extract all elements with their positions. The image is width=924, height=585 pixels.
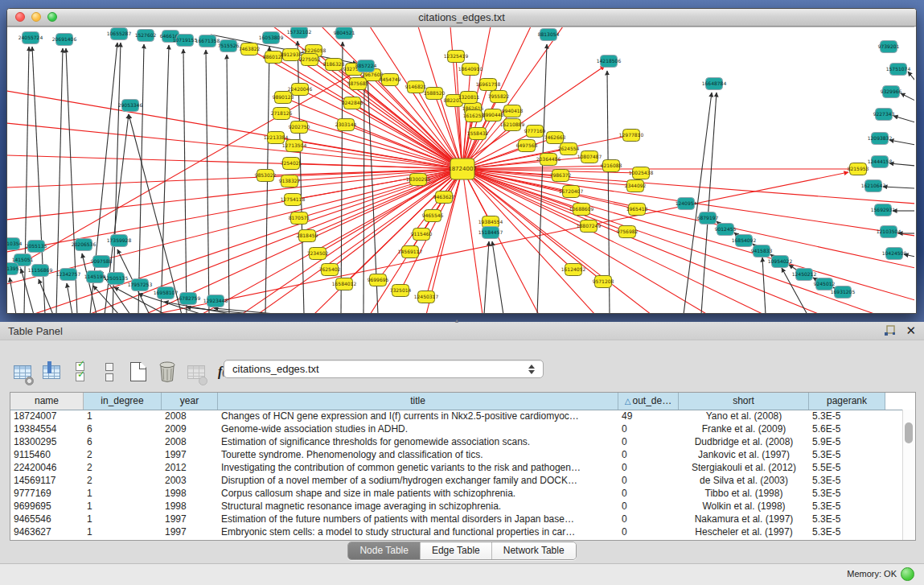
- tab-network-table[interactable]: Network Table: [492, 542, 576, 559]
- table-row[interactable]: 1456911722003Disruption of a novel membe…: [10, 474, 903, 487]
- table-cell[interactable]: Stergiakouli et al. (2012): [679, 461, 809, 474]
- table-cell[interactable]: 2008: [162, 435, 218, 448]
- graph-edge-black[interactable]: [893, 116, 914, 122]
- table-cell[interactable]: Structural magnetic resonance image aver…: [218, 500, 618, 513]
- graph-edge-red[interactable]: [283, 97, 462, 169]
- table-cell[interactable]: 0: [618, 448, 679, 461]
- table-cell[interactable]: 0: [618, 474, 679, 487]
- table-cell[interactable]: Franke et al. (2009): [679, 422, 809, 435]
- graph-edge-black[interactable]: [227, 55, 229, 313]
- table-row[interactable]: 946362711997Embryonic stem cells: a mode…: [10, 525, 903, 538]
- table-cell[interactable]: 9463627: [10, 525, 84, 538]
- column-header-short[interactable]: short: [679, 393, 809, 410]
- table-settings-icon[interactable]: [11, 360, 33, 384]
- delete-table-icon[interactable]: [156, 360, 178, 384]
- new-table-icon[interactable]: [127, 360, 149, 384]
- graph-edge-black[interactable]: [298, 41, 304, 313]
- table-cell[interactable]: Tourette syndrome. Phenomenology and cla…: [218, 448, 618, 461]
- table-cell[interactable]: 0: [618, 525, 679, 538]
- tab-edge-table[interactable]: Edge Table: [421, 542, 492, 559]
- table-cell[interactable]: Yano et al. (2008): [679, 410, 809, 422]
- unselect-rows-icon[interactable]: [98, 360, 120, 384]
- table-cell[interactable]: Embryonic stem cells: a model to study s…: [218, 525, 618, 538]
- table-cell[interactable]: 9777169: [10, 487, 84, 500]
- table-cell[interactable]: 1997: [162, 513, 218, 525]
- graph-edge-black[interactable]: [537, 44, 547, 313]
- table-cell[interactable]: 2009: [162, 422, 218, 435]
- table-cell[interactable]: 5.9E-5: [809, 435, 885, 448]
- table-cell[interactable]: 2: [84, 448, 162, 461]
- table-row[interactable]: 2242004622012Investigating the contribut…: [10, 461, 903, 474]
- table-cell[interactable]: 22420046: [10, 461, 84, 474]
- table-cell[interactable]: 19384554: [10, 422, 84, 435]
- table-cell[interactable]: 1997: [162, 448, 218, 461]
- table-cell[interactable]: 6: [84, 435, 162, 448]
- graph-edge-black[interactable]: [889, 140, 914, 145]
- table-cell[interactable]: 18300295: [10, 435, 84, 448]
- table-cell[interactable]: 5.3E-5: [809, 500, 885, 513]
- table-cell[interactable]: Disruption of a novel member of a sodium…: [218, 474, 618, 487]
- graph-edge-black[interactable]: [908, 72, 914, 80]
- close-panel-icon[interactable]: ✕: [906, 323, 916, 338]
- table-row[interactable]: 977716911998Corpus callosum shape and si…: [10, 487, 903, 500]
- table-cell[interactable]: 9465546: [10, 513, 84, 525]
- table-cell[interactable]: Investigating the contribution of common…: [218, 461, 618, 474]
- table-cell[interactable]: 5.3E-5: [809, 487, 885, 500]
- table-cell[interactable]: 9699695: [10, 500, 84, 513]
- table-cell[interactable]: 0: [618, 422, 679, 435]
- table-cell[interactable]: Estimation of the future numbers of pati…: [218, 513, 618, 525]
- graph-edge-black[interactable]: [206, 50, 209, 313]
- column-header-name[interactable]: name: [10, 393, 84, 410]
- graph-edge-black[interactable]: [24, 47, 29, 313]
- float-panel-icon[interactable]: [884, 325, 896, 337]
- table-cell[interactable]: 0: [618, 435, 679, 448]
- table-cell[interactable]: 6: [84, 422, 162, 435]
- table-cell[interactable]: Changes of HCN gene expression and I(f) …: [218, 410, 618, 422]
- table-cell[interactable]: 5.3E-5: [809, 525, 885, 538]
- graph-edge-black[interactable]: [484, 241, 489, 313]
- table-cell[interactable]: de Silva et al. (2003): [679, 474, 809, 487]
- table-cell[interactable]: 2: [84, 474, 162, 487]
- graph-edge-black[interactable]: [67, 283, 72, 313]
- table-cell[interactable]: 0: [618, 487, 679, 500]
- table-cell[interactable]: Tibbo et al. (1998): [679, 487, 809, 500]
- table-cell[interactable]: 1: [84, 410, 162, 422]
- table-row[interactable]: 1830029562008Estimation of significance …: [10, 435, 903, 448]
- split-divider-handle[interactable]: ▴: [455, 317, 458, 324]
- table-cell[interactable]: 5.3E-5: [809, 513, 885, 525]
- table-cell[interactable]: 1: [84, 513, 162, 525]
- table-cell[interactable]: 1: [84, 525, 162, 538]
- table-cell[interactable]: Dudbridge et al. (2008): [679, 435, 809, 448]
- column-header-year[interactable]: year: [162, 393, 218, 410]
- network-canvas[interactable]: 1872400774638228860128891293415226058927…: [7, 27, 914, 313]
- table-cell[interactable]: 49: [618, 410, 679, 422]
- table-cell[interactable]: 1998: [162, 500, 218, 513]
- table-cell[interactable]: 5.5E-5: [809, 461, 885, 474]
- table-cell[interactable]: 0: [618, 513, 679, 525]
- table-row[interactable]: 969969511998Structural magnetic resonanc…: [10, 500, 903, 513]
- column-header-outde[interactable]: △out_de…: [618, 393, 679, 410]
- table-cell[interactable]: Estimation of significance thresholds fo…: [218, 435, 618, 448]
- table-cell[interactable]: 2003: [162, 474, 218, 487]
- table-cell[interactable]: 0: [618, 500, 679, 513]
- column-header-pagerank[interactable]: pagerank: [809, 393, 885, 410]
- graph-edge-black[interactable]: [701, 93, 717, 313]
- table-cell[interactable]: 1: [84, 500, 162, 513]
- table-cell[interactable]: Nakamura et al. (1997): [679, 513, 809, 525]
- table-cell[interactable]: 9115460: [10, 448, 84, 461]
- graph-edge-black[interactable]: [183, 49, 187, 313]
- table-cell[interactable]: 18724007: [10, 410, 84, 422]
- graph-edge-red[interactable]: [344, 169, 462, 284]
- select-column-icon[interactable]: [40, 360, 62, 384]
- table-row[interactable]: 911546021997Tourette syndrome. Phenomeno…: [10, 448, 903, 461]
- table-row[interactable]: 1938455462009Genome-wide association stu…: [10, 422, 903, 435]
- table-cell[interactable]: 5.3E-5: [809, 448, 885, 461]
- table-cell[interactable]: 2012: [162, 461, 218, 474]
- table-cell[interactable]: 2: [84, 461, 162, 474]
- table-cell[interactable]: 0: [618, 461, 679, 474]
- table-vertical-scrollbar[interactable]: [902, 410, 915, 540]
- graph-edge-red[interactable]: [330, 169, 462, 270]
- column-header-indegree[interactable]: in_degree: [84, 393, 162, 410]
- graph-edge-black[interactable]: [883, 187, 914, 188]
- graph-edge-red[interactable]: [300, 89, 462, 169]
